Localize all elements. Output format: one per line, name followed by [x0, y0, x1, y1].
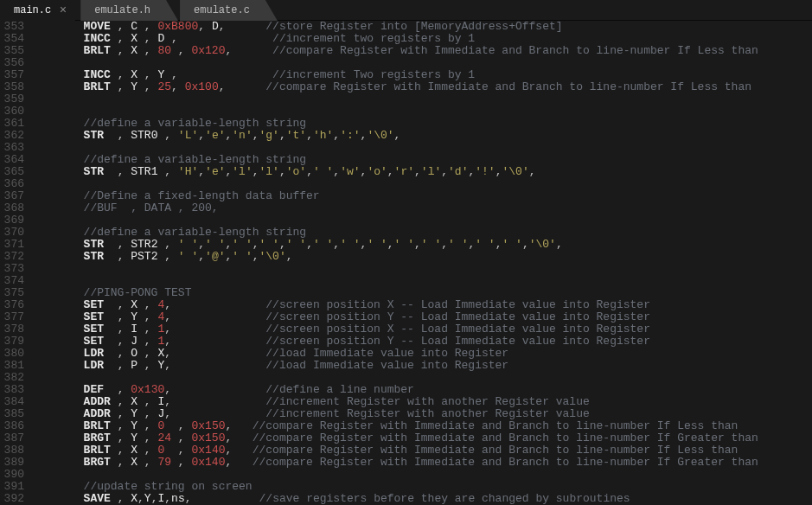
token-pn: , — [137, 21, 157, 33]
line-number: 374 — [0, 275, 24, 287]
code-line[interactable] — [36, 275, 812, 287]
token-pn: , — [164, 395, 265, 408]
token-cm: //compare Register with Immediate and Br… — [253, 431, 758, 444]
code-line[interactable]: //BUF , DATA , 200, — [36, 202, 812, 214]
code-line[interactable]: STR , PST2 , ' ','@',' ','\0', — [36, 251, 812, 263]
token-cm: //compare Register with Immediate and Br… — [265, 80, 751, 93]
token-pn: , — [185, 492, 259, 505]
tab-emulate-c[interactable]: emulate.c — [180, 0, 278, 21]
code-line[interactable]: INCC , X , D , //increment two registers… — [36, 33, 812, 45]
code-line[interactable]: SET , J , 1, //screen position Y -- Load… — [36, 336, 812, 348]
code-line[interactable]: LDR , O , X, //load Immediate value into… — [36, 348, 812, 360]
line-number: 377 — [0, 311, 24, 323]
line-number: 389 — [0, 457, 24, 469]
code-line[interactable]: STR , STR1 , 'H','e','l','l','o',' ','w'… — [36, 166, 812, 178]
code-line[interactable]: ADDR , Y , J, //increment Register with … — [36, 408, 812, 420]
line-number: 381 — [0, 360, 24, 372]
code-line[interactable]: SET , X , 4, //screen position X -- Load… — [36, 299, 812, 311]
token-cm: //define a variable-length string — [84, 226, 306, 239]
code-line[interactable]: BRLT , Y , 0 , 0x150, //compare Register… — [36, 420, 812, 432]
code-area[interactable]: MOVE , C , 0xB800, D, //store Register i… — [31, 21, 812, 505]
code-line[interactable] — [36, 263, 812, 275]
token-pn: , — [111, 444, 131, 457]
code-line[interactable]: //update string on screen — [36, 481, 812, 493]
editor[interactable]: 3533543553563573583593603613623633643653… — [0, 21, 812, 505]
token-pn: , — [137, 456, 157, 469]
code-line[interactable]: //Define a fixed-length data buffer — [36, 190, 812, 202]
line-gutter: 3533543553563573583593603613623633643653… — [0, 21, 31, 505]
code-line[interactable]: SET , I , 1, //screen position X -- Load… — [36, 323, 812, 336]
token-rg: Y — [131, 419, 137, 432]
tab-emulate-h[interactable]: emulate.h — [80, 0, 178, 21]
token-cm: //screen position Y -- Load Immediate va… — [265, 310, 650, 323]
token-cm: //compare Register with Immediate and Br… — [253, 419, 738, 432]
code-line[interactable] — [36, 57, 812, 69]
code-line[interactable]: BRLT , X , 0 , 0x140, //compare Register… — [36, 444, 812, 457]
code-line[interactable]: //define a variable-length string — [36, 154, 812, 166]
token-pn: , — [137, 323, 157, 336]
code-line[interactable]: BRGT , Y , 24 , 0x150, //compare Registe… — [36, 432, 812, 444]
code-line[interactable]: //define a variable-length string — [36, 227, 812, 239]
code-line[interactable] — [36, 372, 812, 384]
token-pn: , — [111, 431, 131, 444]
code-line[interactable]: ADDR , X , I, //increment Register with … — [36, 396, 812, 408]
line-number: 363 — [0, 142, 24, 154]
code-line[interactable]: STR , STR0 , 'L','e','n','g','t','h',':'… — [36, 130, 812, 142]
token-mn: SET — [84, 335, 111, 348]
token-rg: Y — [144, 492, 151, 505]
code-line[interactable] — [36, 93, 812, 105]
token-pn: , — [529, 165, 536, 178]
close-icon[interactable]: × — [60, 0, 67, 21]
token-rg: STR1 — [131, 165, 157, 178]
code-line[interactable]: BRLT , X , 80 , 0x120, //compare Registe… — [36, 45, 812, 57]
token-mn: BRLT — [84, 44, 111, 57]
token-nm: 0x150 — [191, 431, 225, 444]
code-line[interactable]: INCC , X , Y , //increment Two registers… — [36, 69, 812, 81]
code-line[interactable]: //define a variable-length string — [36, 118, 812, 130]
code-line[interactable]: BRLT , Y , 25, 0x100, //compare Register… — [36, 81, 812, 93]
token-cm: //increment two registers by 1 — [272, 32, 475, 45]
line-number: 387 — [0, 432, 24, 444]
code-line[interactable]: MOVE , C , 0xB800, D, //store Register i… — [36, 21, 812, 33]
tab-main-c[interactable]: main.c × — [0, 0, 75, 21]
line-number: 376 — [0, 299, 24, 311]
token-rg: X — [131, 32, 137, 45]
token-ch: 'r' — [394, 165, 414, 178]
code-line[interactable]: STR , STR2 , ' ',' ',' ',' ',' ',' ',' '… — [36, 239, 812, 251]
line-number: 380 — [0, 348, 24, 360]
line-number: 385 — [0, 408, 24, 420]
token-pn: , — [111, 395, 131, 408]
token-ch: ' ' — [178, 250, 198, 263]
token-mn: STR — [84, 238, 111, 251]
token-cm: //screen position X -- Load Immediate va… — [265, 323, 650, 336]
code-line[interactable] — [36, 469, 812, 481]
token-ch: ' ' — [232, 238, 252, 251]
token-pn: , — [219, 21, 266, 33]
code-line[interactable]: LDR , P , Y, //load Immediate value into… — [36, 360, 812, 372]
token-pn: , — [306, 129, 313, 142]
code-line[interactable]: DEF , 0x130, //define a line number — [36, 384, 812, 396]
code-line[interactable]: SET , Y , 4, //screen position Y -- Load… — [36, 311, 812, 323]
token-ch: 'e' — [205, 165, 225, 178]
code-line[interactable]: //PING-PONG TEST — [36, 287, 812, 299]
code-line[interactable]: BRGT , X , 79 , 0x140, //compare Registe… — [36, 457, 812, 469]
token-mn: SET — [84, 298, 111, 311]
code-line[interactable] — [36, 178, 812, 190]
token-rg: Y — [131, 80, 137, 93]
token-pn: , — [111, 250, 131, 263]
token-pn: , — [111, 359, 131, 372]
token-mn: LDR — [84, 359, 111, 372]
code-line[interactable] — [36, 142, 812, 154]
line-number: 382 — [0, 372, 24, 384]
code-line[interactable]: SAVE , X,Y,I,ns, //save registers before… — [36, 493, 812, 505]
line-number: 358 — [0, 81, 24, 93]
token-ch: '\0' — [367, 129, 393, 142]
line-number: 354 — [0, 33, 24, 45]
line-number: 379 — [0, 336, 24, 348]
code-line[interactable] — [36, 105, 812, 118]
token-nm: 0x100 — [185, 80, 219, 93]
line-number: 359 — [0, 93, 24, 105]
token-pn: , — [198, 129, 205, 142]
code-line[interactable] — [36, 214, 812, 227]
token-mn: LDR — [84, 347, 111, 360]
